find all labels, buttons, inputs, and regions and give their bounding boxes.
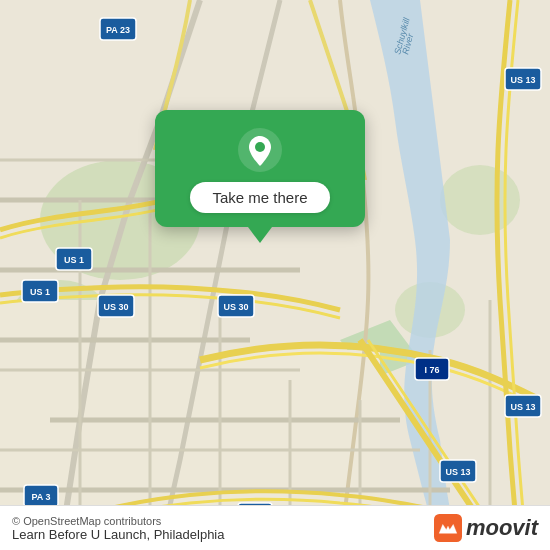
moovit-brand-text: moovit [466,515,538,541]
svg-text:US 30: US 30 [223,302,248,312]
svg-text:I 76: I 76 [424,365,439,375]
svg-text:US 13: US 13 [510,402,535,412]
svg-text:US 13: US 13 [445,467,470,477]
popup-card: Take me there [155,110,365,227]
take-me-there-button[interactable]: Take me there [190,182,329,213]
map-background: US 1 US 1 US 13 US 13 US 13 PA 23 US 30 … [0,0,550,550]
location-pin-icon [238,128,282,172]
place-name-text: Learn Before U Launch, Philadelphia [12,527,224,542]
svg-text:US 1: US 1 [64,255,84,265]
map-container: US 1 US 1 US 13 US 13 US 13 PA 23 US 30 … [0,0,550,550]
bottom-left-info: © OpenStreetMap contributors Learn Befor… [12,515,224,542]
moovit-logo: moovit [434,514,538,542]
bottom-bar: © OpenStreetMap contributors Learn Befor… [0,505,550,550]
svg-text:US 30: US 30 [103,302,128,312]
svg-text:PA 3: PA 3 [31,492,50,502]
attribution-text: © OpenStreetMap contributors [12,515,224,527]
svg-text:US 1: US 1 [30,287,50,297]
svg-point-4 [440,165,520,235]
svg-text:PA 23: PA 23 [106,25,130,35]
svg-point-49 [255,142,265,152]
svg-text:US 13: US 13 [510,75,535,85]
moovit-icon [434,514,462,542]
